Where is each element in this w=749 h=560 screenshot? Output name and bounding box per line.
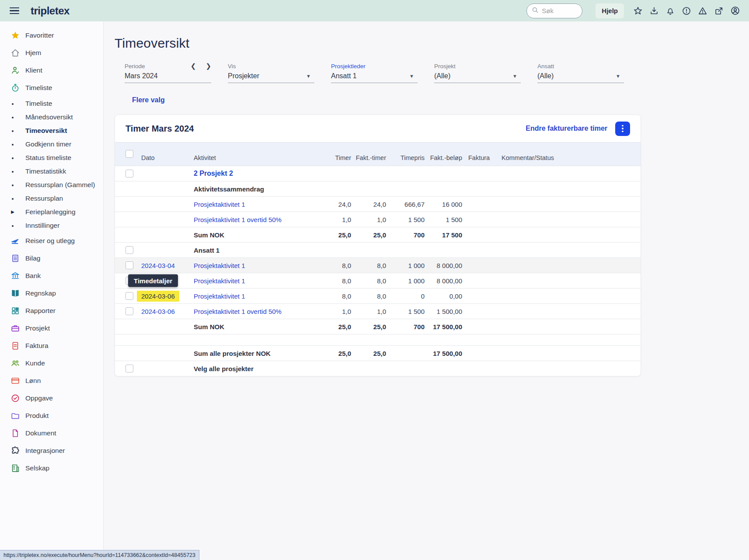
col-faktura: Faktura [462, 154, 495, 162]
alert-triangle-icon[interactable] [697, 6, 708, 16]
sidebar-item-dokument[interactable]: Dokument [0, 424, 103, 442]
filter-ansatt-value[interactable]: (Alle) ▼ [537, 71, 624, 83]
row-checkbox[interactable] [125, 307, 133, 315]
sidebar-item-hjem[interactable]: Hjem [0, 44, 103, 62]
filters-row: Periode ❮ ❯ Mars 2024 Vis Prosjekter ▼ P… [125, 62, 749, 83]
sidebar-item-prosjekt[interactable]: Prosjekt [0, 320, 103, 337]
browser-status-bar: https://tripletex.no/execute/hourMenu?ho… [0, 550, 199, 560]
help-button[interactable]: Hjelp [596, 3, 624, 18]
external-link-icon[interactable] [714, 6, 724, 16]
tripletex-logo[interactable]: tripletex [31, 5, 70, 17]
sidebar-item-produkt[interactable]: Produkt [0, 407, 103, 424]
activity-link[interactable]: Prosjektaktivitet 1 [194, 201, 245, 208]
sidebar-item-integrasjoner[interactable]: Integrasjoner [0, 442, 103, 459]
bank-icon [10, 271, 20, 281]
table-row-employee: Ansatt 1 [115, 242, 641, 257]
download-icon[interactable] [649, 6, 659, 16]
sidebar-item-status-timeliste[interactable]: Status timeliste [0, 151, 103, 164]
notifications-bell-icon[interactable] [665, 6, 676, 16]
sidebar-item-ressursplan[interactable]: Ressursplan [0, 191, 103, 205]
project-link[interactable]: 2 Prosjekt 2 [194, 170, 233, 177]
row-checkbox[interactable] [125, 261, 133, 269]
activity-link[interactable]: Prosjektaktivitet 1 overtid 50% [194, 216, 282, 223]
row-checkbox[interactable] [125, 292, 133, 300]
filter-prosjekt-label: Prosjekt [434, 63, 456, 70]
activity-link[interactable]: Prosjektaktivitet 1 [194, 262, 245, 269]
sidebar-item-godkjenn-timer[interactable]: Godkjenn timer [0, 137, 103, 151]
hours-table-card: Timer Mars 2024 Endre fakturerbare timer… [115, 115, 641, 376]
date-link[interactable]: 2024-03-06 [141, 308, 175, 315]
chevron-down-icon: ▼ [616, 73, 620, 79]
building-icon [10, 463, 20, 473]
activity-link[interactable]: Prosjektaktivitet 1 overtid 50% [194, 308, 282, 315]
sidebar-item-regnskap[interactable]: Regnskap [0, 285, 103, 302]
sidebar-item-selskap[interactable]: Selskap [0, 459, 103, 477]
sidebar-item-favoritter[interactable]: Favoritter [0, 27, 103, 44]
check-circle-icon [10, 393, 20, 403]
main-content: Timeoversikt Periode ❮ ❯ Mars 2024 Vis P… [104, 21, 749, 560]
col-timepris: Timepris [386, 154, 425, 162]
bullet-icon [0, 141, 25, 148]
date-link-highlighted[interactable]: 2024-03-06 [137, 291, 179, 302]
profile-avatar-icon[interactable] [730, 6, 740, 16]
search-input[interactable] [542, 7, 577, 14]
periode-next-icon[interactable]: ❯ [206, 63, 211, 69]
sidebar-item-timeliste[interactable]: Timeliste [0, 79, 103, 97]
table-row-grand-total: Sum alle prosjekter NOK 25,0 25,0 17 500… [115, 345, 641, 361]
sidebar-item-timeoversikt[interactable]: Timeoversikt [0, 124, 103, 137]
more-options-link[interactable]: Flere valg [132, 96, 165, 104]
sidebar-item-ressursplan-gammel[interactable]: Ressursplan (Gammel) [0, 178, 103, 191]
select-all-projects-checkbox[interactable] [125, 365, 133, 372]
col-fakt-timer: Fakt.-timer [351, 154, 386, 162]
filter-prosjekt: Prosjekt (Alle) ▼ [434, 62, 521, 83]
hamburger-menu-icon[interactable] [10, 7, 19, 14]
select-all-checkbox[interactable] [125, 150, 133, 158]
sidebar-item-klient[interactable]: Klient [0, 62, 103, 79]
filter-prosjektleder-value[interactable]: Ansatt 1 ▼ [331, 71, 418, 83]
col-fakt-belop: Fakt.-beløp [425, 154, 462, 162]
filter-prosjektleder: Prosjektleder Ansatt 1 ▼ [331, 62, 418, 83]
filter-periode-label: Periode [125, 63, 145, 70]
favorite-star-icon[interactable] [633, 6, 643, 16]
card-title: Timer Mars 2024 [125, 124, 194, 134]
sidebar-item-reiser-og-utlegg[interactable]: Reiser og utlegg [0, 232, 103, 250]
sidebar-item-ferieplanlegging[interactable]: ▶ Ferieplanlegging [0, 205, 103, 219]
sidebar-item-lonn[interactable]: Lønn [0, 372, 103, 390]
filter-vis-value[interactable]: Prosjekter ▼ [228, 71, 314, 83]
row-checkbox[interactable] [125, 170, 133, 177]
sidebar-item-timestatistikk[interactable]: Timestatistikk [0, 164, 103, 178]
table-row-sum: Sum NOK 25,0 25,0 700 17 500 [115, 227, 641, 242]
bullet-icon [0, 127, 25, 134]
col-timer: Timer [316, 154, 351, 162]
sidebar-item-bank[interactable]: Bank [0, 267, 103, 285]
periode-prev-icon[interactable]: ❮ [191, 63, 196, 69]
employee-label: Ansatt 1 [194, 247, 316, 254]
tooltip-timedetaljer: Timedetaljer [128, 275, 178, 287]
sidebar-item-oppgave[interactable]: Oppgave [0, 390, 103, 407]
home-icon [10, 48, 20, 58]
activity-link[interactable]: Prosjektaktivitet 1 [194, 277, 245, 285]
star-icon [10, 31, 20, 40]
alert-circle-icon[interactable] [681, 6, 692, 16]
sidebar-item-innstillinger[interactable]: Innstillinger [0, 219, 103, 232]
sidebar-item-faktura[interactable]: Faktura [0, 337, 103, 355]
payment-card-icon [10, 376, 20, 386]
kebab-menu-button[interactable] [615, 122, 630, 136]
edit-billable-hours-link[interactable]: Endre fakturerbare timer [526, 125, 607, 132]
section-label: Aktivitetssammendrag [194, 185, 316, 193]
date-link[interactable]: 2024-03-04 [141, 262, 175, 269]
table-row: Prosjektaktivitet 1 24,0 24,0 666,67 16 … [115, 196, 641, 212]
table-row-select-all: Velg alle prosjekter [115, 361, 641, 376]
sidebar-item-timeliste-sub[interactable]: Timeliste [0, 97, 103, 110]
row-checkbox[interactable] [125, 246, 133, 254]
sidebar-item-bilag[interactable]: Bilag [0, 250, 103, 267]
sidebar-item-manedsoversikt[interactable]: Månedsoversikt [0, 110, 103, 124]
bullet-icon [0, 168, 25, 175]
chevron-down-icon: ▼ [409, 73, 414, 79]
filter-prosjekt-value[interactable]: (Alle) ▼ [434, 71, 521, 83]
sidebar-item-rapporter[interactable]: Rapporter [0, 302, 103, 320]
filter-periode-value[interactable]: Mars 2024 [125, 71, 211, 83]
search-box[interactable] [526, 3, 582, 18]
sidebar-item-kunde[interactable]: Kunde [0, 355, 103, 372]
activity-link[interactable]: Prosjektaktivitet 1 [194, 292, 245, 300]
